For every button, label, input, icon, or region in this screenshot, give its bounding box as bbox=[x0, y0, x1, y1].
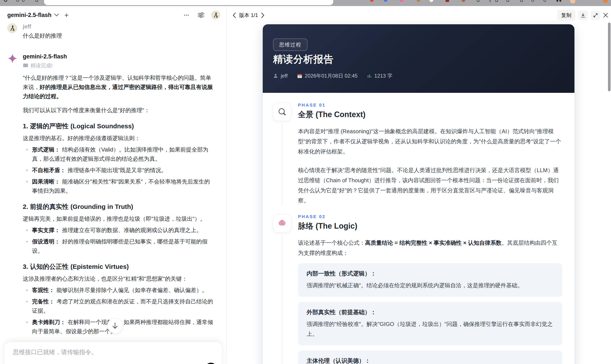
settings-sliders-button[interactable] bbox=[197, 12, 205, 18]
list-item: 假设透明：好的推理会明确指明哪些是已知事实，哪些是基于可能的假设。 bbox=[23, 237, 214, 256]
meta-word-count: 1213 字 bbox=[367, 72, 392, 79]
extension-icon-red[interactable] bbox=[370, 0, 374, 2]
extension-icon-refresh[interactable] bbox=[531, 0, 534, 2]
avatar-figure-icon bbox=[213, 12, 219, 18]
chevron-down-icon bbox=[54, 13, 59, 16]
fullscreen-button[interactable] bbox=[591, 11, 600, 20]
phase-section-2: PHASE 02 脉络 (The Logic) 该论述基于一个核心公式：高质量结… bbox=[273, 214, 562, 364]
svg-text:17: 17 bbox=[298, 75, 301, 78]
phase1-paragraph-1: 本内容是对"推理 (Reasoning)"这一抽象概念的高层建模。在知识爆炸与人… bbox=[298, 126, 562, 157]
bar-chart-icon bbox=[367, 74, 372, 78]
list-item: 完备性：考虑了对立的观点和潜在的反证，而不是只选择支持自己结论的证据。 bbox=[23, 297, 214, 315]
toolbar-divider bbox=[490, 0, 490, 2]
download-button[interactable] bbox=[578, 11, 588, 20]
assistant-lead: 我们可以从以下四个维度来衡量什么是"好的推理"： bbox=[23, 106, 214, 115]
bullet-dot bbox=[26, 301, 28, 302]
list-item: 不自相矛盾：推理链条中不能出现"既是又非"的情况。 bbox=[23, 166, 214, 175]
close-icon bbox=[603, 13, 608, 18]
extension-icon-dots[interactable] bbox=[556, 0, 558, 2]
arrow-down-icon bbox=[112, 322, 118, 329]
card1-title: 内部一致性（形式逻辑）： bbox=[306, 270, 554, 277]
extension-icon-darkred[interactable] bbox=[445, 0, 449, 2]
extension-icon-dots2[interactable] bbox=[559, 0, 561, 2]
browser-reload-icon[interactable] bbox=[4, 0, 7, 2]
phase1-paragraph-2: 核心情境在于解决"思考的随意性"问题。不论是人类通过批判性思维进行决策，还是大语… bbox=[298, 165, 562, 206]
chat-panel: gemini-2.5-flash + ⋯ bbox=[0, 6, 226, 364]
assistant-status: 精读完成! bbox=[23, 62, 214, 69]
extension-icon-orange[interactable] bbox=[603, 0, 608, 3]
assistant-name: gemini-2.5-flash bbox=[23, 53, 214, 60]
chat-header: gemini-2.5-flash + ⋯ bbox=[7, 10, 220, 21]
card1-text: 强调推理的"机械正确"。结论必须在给定的规则系统内逻辑自洽，这是推理的硬件基础。 bbox=[306, 280, 554, 290]
list-item: 形式逻辑：结构必须有效（Valid）。比如演绎推理中，如果前提全部为真，那么通过… bbox=[23, 145, 214, 164]
bullet-dot bbox=[26, 289, 28, 291]
version-label: 版本 1/1 bbox=[239, 12, 258, 19]
browser-menu-icon[interactable] bbox=[36, 0, 38, 2]
user-message-author: jeff bbox=[23, 23, 220, 30]
more-menu-button[interactable]: ⋯ bbox=[184, 12, 190, 18]
user-avatar-small bbox=[7, 23, 17, 33]
expand-icon bbox=[593, 13, 598, 18]
bullet-dot bbox=[26, 322, 28, 323]
extension-icon-white[interactable] bbox=[430, 0, 433, 2]
avatar-figure-icon bbox=[9, 25, 16, 32]
composer-placeholder[interactable]: 思维接口已就绪，请传输指令。 bbox=[13, 348, 97, 356]
calendar-icon: 17 bbox=[297, 73, 302, 78]
extension-icon-pink[interactable] bbox=[400, 0, 403, 2]
timeline-connector bbox=[282, 123, 282, 206]
browser-toolbar-sliver bbox=[0, 0, 611, 6]
copy-button[interactable]: 复制 bbox=[557, 10, 575, 21]
browser-apps-icon2[interactable] bbox=[22, 0, 25, 2]
phase-section-1: PHASE 01 全景 (The Context) 本内容是对"推理 (Reas… bbox=[273, 103, 562, 206]
section-intro-3: 这涉及推理者的心态和方法论，也是区分"杠精"和"思想家"的关键： bbox=[23, 274, 214, 283]
section-heading-2: 2. 前提的真实性 (Grounding in Truth) bbox=[23, 202, 214, 211]
phase2-label: PHASE 02 bbox=[298, 214, 562, 219]
card2-text: 强调推理的"经验校准"。解决"GIGO（垃圾进，垃圾出）"问题，确保推理引擎运行… bbox=[306, 319, 554, 339]
model-selector[interactable]: gemini-2.5-flash bbox=[7, 12, 59, 18]
artifact-actions: 复制 bbox=[557, 10, 608, 21]
scroll-to-bottom-button[interactable] bbox=[107, 318, 123, 334]
extension-icon-blue[interactable] bbox=[384, 0, 387, 2]
extension-icon-puzzle[interactable] bbox=[477, 0, 479, 2]
version-navigation: 版本 1/1 bbox=[233, 12, 265, 19]
phase2-lead: 该论述基于一个核心公式：高质量结论 = 结构完整性 × 事实准确性 × 认知自律… bbox=[298, 238, 562, 258]
list-item: 客观性：能够识别并尽量排除个人偏见（如幸存者偏差、确认偏差）。 bbox=[23, 286, 214, 295]
user-message-text: 什么是好的推理 bbox=[23, 32, 220, 39]
app-window: gemini-2.5-flash + ⋯ bbox=[0, 0, 611, 364]
extension-icon-glasses[interactable] bbox=[544, 0, 546, 2]
timeline-connector bbox=[282, 235, 282, 364]
artifact-panel: 版本 1/1 复制 bbox=[226, 6, 611, 364]
version-prev-button[interactable] bbox=[233, 13, 236, 18]
composer[interactable]: 思维接口已就绪，请传输指令。 + bbox=[4, 342, 222, 364]
dimension-card-2: 外部真实性（前提基础）： 强调推理的"经验校准"。解决"GIGO（垃圾进，垃圾出… bbox=[298, 302, 562, 345]
version-next-button[interactable] bbox=[261, 13, 265, 18]
sliders-icon bbox=[197, 12, 205, 18]
extension-icon-tan[interactable] bbox=[417, 0, 420, 2]
bullet-dot bbox=[26, 230, 28, 231]
voice-input-button[interactable] bbox=[205, 363, 217, 364]
extension-icon-clipboard[interactable] bbox=[520, 0, 523, 2]
report-header: 思维过程 精读分析报告 jeff 17 2026年01月08日 02:45 bbox=[263, 24, 574, 93]
extension-icon-brown[interactable] bbox=[462, 0, 465, 2]
phase-rail bbox=[273, 214, 291, 364]
magnifier-icon bbox=[278, 108, 286, 116]
meta-author: jeff bbox=[273, 73, 288, 79]
browser-apps-icon[interactable] bbox=[16, 0, 19, 2]
section-intro-1: 这是推理的基石。好的推理必须遵循逻辑法则： bbox=[23, 134, 214, 143]
bullet-dot bbox=[26, 241, 28, 242]
profile-avatar-icon[interactable] bbox=[570, 0, 575, 3]
assistant-intro: "什么是好的推理？"这是一个涉及逻辑学、认知科学和哲学核心的问题。简单来说，好的… bbox=[23, 73, 214, 101]
extension-icon-sliders[interactable] bbox=[495, 0, 498, 2]
scrollbar-thumb[interactable] bbox=[608, 23, 611, 91]
section-heading-1: 1. 逻辑的严密性 (Logical Soundness) bbox=[23, 122, 214, 131]
list-item: 因果清晰：能准确区分"相关性"和"因果关系"，不会轻率地将先后发生的事情归为因果… bbox=[23, 177, 214, 195]
chevron-left-icon bbox=[233, 13, 236, 18]
close-panel-button[interactable] bbox=[603, 13, 608, 18]
new-chat-button[interactable]: + bbox=[65, 11, 69, 19]
extension-icon-pen[interactable] bbox=[506, 0, 509, 2]
author-bust-icon bbox=[273, 73, 278, 78]
bullet-dot bbox=[26, 169, 28, 171]
user-avatar[interactable] bbox=[211, 11, 220, 20]
browser-active-tab[interactable] bbox=[44, 0, 333, 5]
phase-rail bbox=[273, 103, 291, 206]
